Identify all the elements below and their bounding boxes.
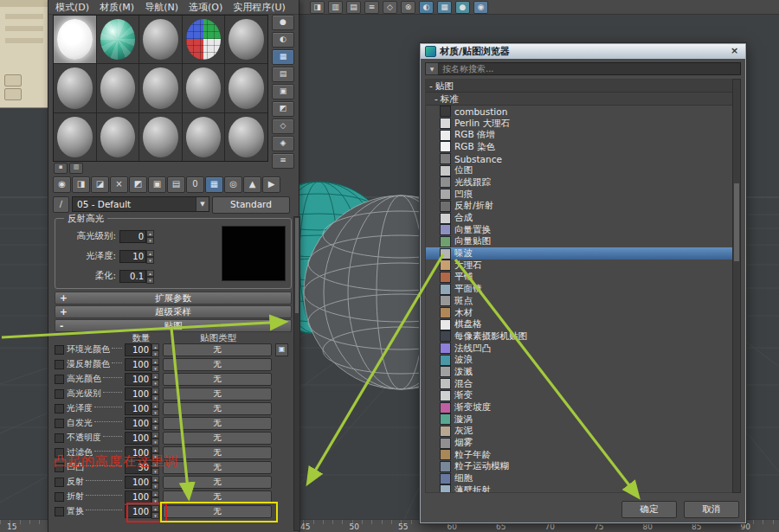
map-type-item[interactable]: 渐变 (426, 390, 732, 402)
spinner-value-field[interactable]: 10 (119, 250, 146, 263)
spin-up-icon[interactable]: ▴ (151, 417, 159, 424)
map-amount-spinner[interactable]: 100 (125, 402, 151, 415)
spin-up-icon[interactable]: ▴ (151, 432, 159, 439)
map-type-item[interactable]: 粒子运动模糊 (426, 461, 732, 473)
dialog-scrollbar[interactable] (732, 79, 741, 493)
sample-slot[interactable] (225, 113, 267, 161)
map-type-item[interactable]: 平面镜 (426, 283, 732, 295)
material-editor-icon[interactable]: ◉ (473, 1, 488, 14)
pick-material-from-object-icon[interactable]: ∕ (53, 196, 69, 213)
show-end-result-icon[interactable]: ◎ (224, 176, 242, 193)
map-type-item[interactable]: Substance (426, 153, 732, 165)
go-to-parent-icon[interactable]: ▲ (243, 176, 261, 193)
map-type-item[interactable]: 烟雾 (426, 437, 732, 449)
spin-up-icon[interactable]: ▴ (146, 270, 154, 277)
map-none-button[interactable]: 无 (163, 388, 272, 401)
map-enable-checkbox[interactable] (55, 375, 64, 384)
spinner-value-field[interactable]: 0 (119, 230, 146, 243)
map-enable-checkbox[interactable] (55, 404, 64, 413)
schematic-view-icon[interactable]: ⊗ (401, 1, 415, 14)
layer-manager-icon[interactable]: ▤ (346, 1, 361, 14)
map-type-item[interactable]: 波浪 (426, 354, 732, 366)
spin-up-icon[interactable]: ▴ (151, 373, 159, 380)
menu-mode[interactable]: 模式(D) (55, 1, 89, 14)
cancel-button[interactable]: 取消 (684, 501, 739, 518)
map-type-item-selected[interactable]: 噪波 (426, 247, 732, 260)
map-type-item[interactable]: Perlin 大理石 (426, 118, 732, 130)
spinner-arrows[interactable]: ▴▾ (146, 230, 154, 243)
mirror-icon[interactable]: ◨ (310, 1, 325, 14)
map-enable-checkbox[interactable] (55, 433, 64, 443)
sample-tiling-icon[interactable]: ▤ (272, 67, 294, 82)
map-type-item[interactable]: combustion (426, 106, 732, 118)
map-type-item[interactable]: 法线凹凸 (426, 343, 732, 355)
video-color-check-icon[interactable]: ▣ (272, 84, 294, 99)
map-type-item[interactable]: 漩涡 (426, 413, 732, 426)
sample-slot[interactable] (183, 113, 225, 161)
spin-down-icon[interactable]: ▾ (151, 365, 159, 372)
spin-up-icon[interactable]: ▴ (151, 402, 159, 409)
show-shaded-material-in-viewport-icon[interactable]: ▦ (205, 176, 223, 193)
make-unique-icon[interactable]: ▣ (148, 176, 166, 193)
map-none-button[interactable]: 无 (163, 358, 272, 371)
map-none-button[interactable]: 无 (163, 461, 272, 474)
sample-slot[interactable] (225, 64, 267, 112)
map-type-item[interactable]: 灰泥 (426, 426, 732, 438)
map-amount-spinner[interactable]: 100 (125, 388, 151, 401)
spin-up-icon[interactable]: ▴ (151, 388, 159, 394)
curve-editor-icon[interactable]: ◇ (383, 1, 397, 14)
sample-type-icon[interactable]: ● (272, 15, 294, 30)
map-type-item[interactable]: RGB 倍增 (426, 129, 732, 141)
background-icon[interactable]: ▦ (272, 49, 294, 65)
map-type-item[interactable]: 凹痕 (426, 189, 732, 201)
spin-up-icon[interactable]: ▴ (151, 446, 159, 453)
sample-slot[interactable] (54, 113, 96, 161)
map-type-item[interactable]: 反射/折射 (426, 201, 732, 213)
sample-slot-option-button-1[interactable]: ▪ (54, 163, 68, 174)
rollout-extended-parameters[interactable]: 扩展参数+ (55, 292, 292, 304)
map-type-item[interactable]: 斑点 (426, 295, 732, 307)
map-group-header[interactable]: -贴图 (426, 80, 732, 93)
scrollbar-thumb[interactable] (734, 183, 739, 261)
map-enable-checkbox[interactable] (55, 419, 64, 428)
menu-navigation[interactable]: 导航(N) (145, 1, 178, 14)
spinner-arrows[interactable]: ▴▾ (151, 432, 159, 445)
align-icon[interactable]: ▥ (328, 1, 343, 14)
map-none-button[interactable]: 无 (163, 373, 272, 386)
scrollbar-thumb[interactable] (295, 218, 299, 313)
map-amount-spinner[interactable]: 100 (125, 490, 151, 503)
spinner-arrows[interactable]: ▴▾ (146, 270, 154, 283)
select-by-material-icon[interactable]: ◈ (272, 136, 294, 151)
map-type-item[interactable]: 薄壁折射 (426, 484, 732, 493)
spin-up-icon[interactable]: ▴ (151, 358, 159, 365)
spin-down-icon[interactable]: ▾ (151, 424, 159, 431)
map-none-button[interactable]: 无 (163, 402, 272, 415)
spinner-arrows[interactable]: ▴▾ (151, 388, 159, 401)
sample-slot-option-button-2[interactable]: ▥ (69, 163, 83, 174)
map-type-item[interactable]: 合成 (426, 212, 732, 224)
sample-slot[interactable] (183, 64, 225, 112)
material-map-navigator-icon[interactable]: ≡ (272, 153, 294, 169)
backlight-icon[interactable]: ◐ (272, 32, 294, 48)
material-type-button[interactable]: Standard (212, 196, 290, 214)
spinner-arrows[interactable]: ▴▾ (151, 373, 159, 386)
rollout-maps[interactable]: 贴图- (55, 319, 292, 332)
map-none-button[interactable]: 无 (163, 343, 272, 356)
material-name-dropdown[interactable]: 05 - Default ▼ (72, 196, 209, 212)
spin-up-icon[interactable]: ▴ (151, 490, 159, 497)
spinner-arrows[interactable]: ▴▾ (151, 402, 159, 415)
map-type-item[interactable]: 粒子年龄 (426, 449, 732, 461)
put-material-to-scene-icon[interactable]: ◨ (72, 176, 90, 193)
ambient-diffuse-lock-button[interactable]: ▣ (275, 343, 288, 356)
map-type-item[interactable]: 泼溅 (426, 366, 732, 378)
map-none-button[interactable]: 无 (163, 432, 272, 445)
sample-slot[interactable] (97, 113, 139, 161)
menu-material[interactable]: 材质(M) (100, 1, 134, 14)
sample-slot[interactable] (139, 113, 182, 161)
rendered-frame-window-icon[interactable]: ▦ (437, 1, 452, 14)
map-amount-spinner[interactable]: 100 (125, 373, 151, 386)
spin-up-icon[interactable]: ▴ (146, 250, 154, 257)
material-editor-scrollbar[interactable] (293, 216, 300, 531)
get-material-icon[interactable]: ◉ (53, 176, 71, 193)
sample-slot[interactable] (97, 16, 139, 63)
